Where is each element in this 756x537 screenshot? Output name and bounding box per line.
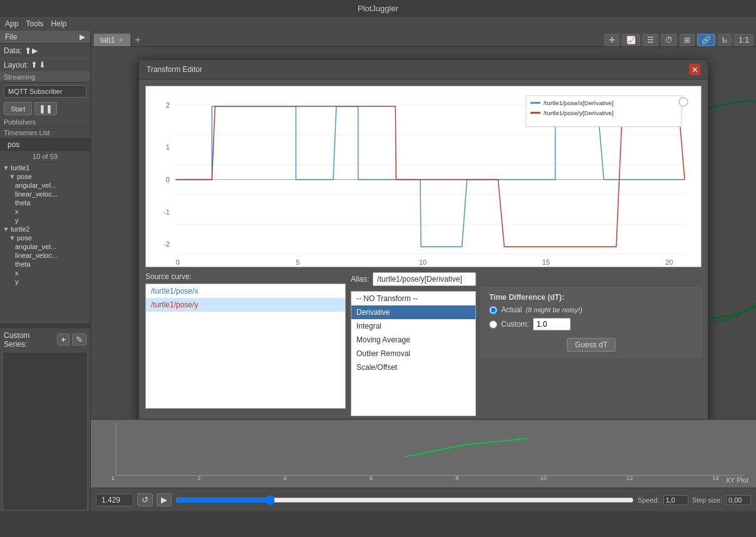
time-display[interactable]	[96, 494, 133, 506]
step-input[interactable]	[726, 495, 751, 505]
alias-input[interactable]	[373, 272, 476, 286]
tool-ratio-button[interactable]: 1:1	[734, 34, 753, 46]
alias-dt-section: Time Difference (dT): Actual (It might b…	[481, 272, 702, 416]
actual-label: Actual	[501, 305, 522, 314]
custom-series-box	[3, 352, 88, 511]
modal-title: Transform Editor	[147, 65, 202, 74]
tree-item-pose2[interactable]: ▼pose	[6, 233, 90, 242]
tree-item-theta1[interactable]: theta	[13, 198, 90, 207]
svg-text:2: 2	[166, 101, 170, 109]
svg-text:10: 10	[540, 474, 547, 481]
tab-tab1[interactable]: tab1 ✕	[93, 33, 131, 46]
svg-text:-2: -2	[163, 240, 170, 248]
transform-derivative[interactable]: Derivative	[351, 305, 475, 319]
custom-radio[interactable]	[489, 320, 497, 329]
tree-item-pose1[interactable]: ▼pose	[6, 172, 90, 181]
tool-t0-button[interactable]: t₀	[718, 34, 732, 46]
tree-item-x2[interactable]: x	[13, 268, 90, 277]
actual-radio-row: Actual (It might be noisy!)	[489, 305, 693, 314]
xy-plot-label: XY Plot	[726, 476, 749, 484]
tree-item-theta2[interactable]: theta	[13, 260, 90, 268]
streaming-label: Streaming	[4, 73, 35, 81]
transform-scale-offset[interactable]: Scale/Offset	[351, 361, 475, 374]
guess-dt-button[interactable]: Guess dT	[567, 338, 616, 352]
menu-app[interactable]: App	[5, 19, 18, 28]
svg-rect-23	[531, 112, 541, 114]
modal-close-button[interactable]: ✕	[689, 64, 700, 75]
svg-text:14: 14	[712, 474, 719, 481]
svg-text:0: 0	[166, 176, 170, 183]
tree-item-linear-vel1[interactable]: linear_veloc...	[13, 190, 90, 198]
tree-item-y2[interactable]: y	[13, 277, 90, 286]
tool-link-button[interactable]: 🔗	[697, 34, 715, 46]
svg-text:1: 1	[111, 474, 114, 481]
transform-list[interactable]: -- NO Transform -- Derivative Integral M…	[351, 291, 476, 416]
layout-upload-icon[interactable]: ⬆	[31, 60, 38, 69]
tree-item-angular-vel2[interactable]: angular_vel...	[13, 242, 90, 251]
custom-series-add-button[interactable]: +	[57, 334, 70, 345]
transform-no-transform[interactable]: -- NO Transform --	[351, 292, 475, 305]
source-label: Source curve:	[145, 272, 346, 281]
source-item-y[interactable]: /turtle1/pose/y	[146, 298, 345, 312]
custom-series-label: Custom Series:	[4, 331, 54, 349]
source-list[interactable]: /turtle1/pose/x /turtle1/pose/y	[145, 284, 346, 409]
tab-add-button[interactable]: +	[132, 34, 143, 46]
playback-slider[interactable]	[175, 495, 634, 505]
tree-item-x1[interactable]: x	[13, 207, 90, 216]
data-label: Data:	[4, 46, 22, 55]
tool-plot-button[interactable]: 📈	[622, 34, 640, 46]
noisy-note: (It might be noisy!)	[526, 306, 582, 314]
tree-item-turtle1[interactable]: ▼turtle1	[0, 163, 90, 172]
tab-tools: ✛ 📈 ☰ ⏱ ⊞ 🔗 t₀ 1:1	[604, 34, 753, 46]
svg-text:1: 1	[166, 143, 170, 151]
modal-header: Transform Editor ✕	[139, 60, 708, 79]
menu-help[interactable]: Help	[51, 19, 66, 28]
dt-box: Time Difference (dT): Actual (It might b…	[481, 287, 702, 357]
data-upload-icon[interactable]: ⬆	[24, 46, 32, 56]
tree-item-linear-vel2[interactable]: linear_veloc...	[13, 251, 90, 260]
tree-item-y1[interactable]: y	[13, 216, 90, 225]
transform-moving-average[interactable]: Moving Average	[351, 333, 475, 347]
actual-radio[interactable]	[489, 306, 497, 314]
svg-point-25	[679, 98, 688, 106]
source-item-x[interactable]: /turtle1/pose/x	[146, 284, 345, 298]
h-scrollbar[interactable]	[0, 322, 90, 329]
source-section: Source curve: /turtle1/pose/x /turtle1/p…	[145, 272, 346, 416]
left-panel: File ▶ Data: ⬆ ▶ Layout: ⬆ ⬇ Streaming M…	[0, 31, 91, 511]
svg-text:2: 2	[197, 474, 200, 481]
tree-item-angular-vel1[interactable]: angular_vel...	[13, 181, 90, 190]
file-label[interactable]: File	[5, 33, 17, 41]
tree-item-turtle2[interactable]: ▼turtle2	[0, 225, 90, 233]
svg-text:/turtle1/pose/y[Derivative]: /turtle1/pose/y[Derivative]	[544, 110, 614, 116]
tool-move-button[interactable]: ✛	[604, 34, 619, 46]
dt-title: Time Difference (dT):	[489, 293, 693, 302]
speed-input[interactable]	[663, 495, 688, 505]
tool-grid-button[interactable]: ⊞	[680, 34, 695, 46]
svg-text:4: 4	[283, 474, 287, 481]
transform-outlier-removal[interactable]: Outlier Removal	[351, 347, 475, 361]
play-button[interactable]: ▶	[157, 493, 172, 506]
tool-time-button[interactable]: ⏱	[661, 34, 677, 46]
custom-series-edit-button[interactable]: ✎	[72, 334, 86, 345]
tool-list-button[interactable]: ☰	[643, 34, 658, 46]
start-button[interactable]: Start	[4, 102, 32, 115]
xy-bottom-svg: 1 2 4 6 8 10 12 14	[91, 420, 756, 488]
right-area: tab1 ✕ + ✛ 📈 ☰ ⏱ ⊞ 🔗 t₀ 1:1 /turtle2/pos…	[91, 31, 756, 511]
custom-dt-input[interactable]	[533, 318, 571, 330]
tab-close-icon[interactable]: ✕	[118, 36, 124, 44]
title-bar: PlotJuggler	[0, 0, 756, 17]
pos-item[interactable]: pos	[0, 138, 90, 151]
mqtt-subscriber[interactable]: MQTT Subscriber	[4, 85, 86, 98]
plot-area: /turtle2/pose/[x;y] Transform Editor ✕	[91, 47, 756, 419]
layout-label: Layout:	[4, 61, 28, 69]
pause-button[interactable]: ❚❚	[34, 102, 57, 115]
svg-text:20: 20	[665, 258, 673, 266]
menu-tools[interactable]: Tools	[26, 19, 43, 28]
start-stop-row: Start ❚❚	[0, 100, 90, 117]
count-label: 10 of 59	[0, 151, 90, 162]
layout-download-icon[interactable]: ⬇	[39, 60, 46, 69]
chart-container: 2 1 0 -1 -2 0 5 10 15	[145, 86, 702, 267]
reset-time-button[interactable]: ↺	[137, 493, 153, 506]
transform-integral[interactable]: Integral	[351, 319, 475, 333]
svg-text:/turtle1/pose/x[Derivative]: /turtle1/pose/x[Derivative]	[544, 100, 614, 106]
